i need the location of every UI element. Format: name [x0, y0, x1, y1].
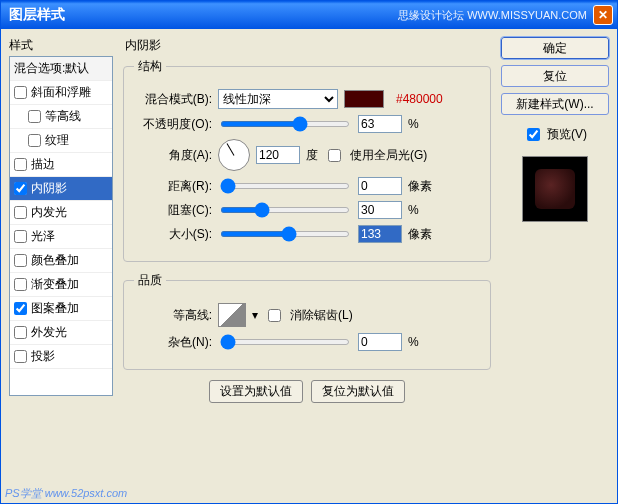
style-item[interactable]: 光泽 — [10, 225, 112, 249]
style-item[interactable]: 投影 — [10, 345, 112, 369]
opacity-label: 不透明度(O): — [134, 116, 212, 133]
reset-default-button[interactable]: 复位为默认值 — [311, 380, 405, 403]
distance-slider[interactable] — [220, 183, 350, 189]
chevron-down-icon[interactable]: ▾ — [252, 308, 258, 322]
size-unit: 像素 — [408, 226, 432, 243]
style-checkbox[interactable] — [14, 350, 27, 363]
style-item[interactable]: 内发光 — [10, 201, 112, 225]
noise-input[interactable] — [358, 333, 402, 351]
styles-label: 样式 — [9, 37, 113, 54]
structure-group: 结构 混合模式(B): 线性加深 #480000 不透明度(O): % — [123, 58, 491, 262]
opacity-slider[interactable] — [220, 121, 350, 127]
style-checkbox[interactable] — [14, 302, 27, 315]
style-item-label: 投影 — [31, 348, 55, 365]
structure-legend: 结构 — [134, 58, 166, 75]
blend-options-label: 混合选项:默认 — [14, 60, 89, 77]
style-item-label: 描边 — [31, 156, 55, 173]
style-checkbox[interactable] — [14, 254, 27, 267]
style-checkbox[interactable] — [14, 158, 27, 171]
style-item[interactable]: 颜色叠加 — [10, 249, 112, 273]
blend-mode-select[interactable]: 线性加深 — [218, 89, 338, 109]
styles-list: 混合选项:默认 斜面和浮雕等高线纹理描边内阴影内发光光泽颜色叠加渐变叠加图案叠加… — [9, 56, 113, 396]
contour-label: 等高线: — [134, 307, 212, 324]
style-checkbox[interactable] — [14, 230, 27, 243]
choke-label: 阻塞(C): — [134, 202, 212, 219]
style-item-label: 颜色叠加 — [31, 252, 79, 269]
choke-slider[interactable] — [220, 207, 350, 213]
new-style-button[interactable]: 新建样式(W)... — [501, 93, 609, 115]
quality-group: 品质 等高线: ▾ 消除锯齿(L) 杂色(N): % — [123, 272, 491, 370]
style-checkbox[interactable] — [14, 278, 27, 291]
noise-unit: % — [408, 335, 419, 349]
style-item-label: 渐变叠加 — [31, 276, 79, 293]
color-swatch[interactable] — [344, 90, 384, 108]
distance-input[interactable] — [358, 177, 402, 195]
contour-picker[interactable] — [218, 303, 246, 327]
cancel-button[interactable]: 复位 — [501, 65, 609, 87]
effect-panel: 内阴影 结构 混合模式(B): 线性加深 #480000 不透明度(O): % — [119, 37, 495, 475]
style-item[interactable]: 外发光 — [10, 321, 112, 345]
style-checkbox[interactable] — [28, 134, 41, 147]
style-item[interactable]: 图案叠加 — [10, 297, 112, 321]
global-light-label: 使用全局光(G) — [350, 147, 427, 164]
style-checkbox[interactable] — [14, 86, 27, 99]
style-checkbox[interactable] — [14, 182, 27, 195]
style-item[interactable]: 纹理 — [10, 129, 112, 153]
global-light-checkbox[interactable] — [328, 149, 341, 162]
noise-label: 杂色(N): — [134, 334, 212, 351]
style-checkbox[interactable] — [28, 110, 41, 123]
style-item[interactable]: 描边 — [10, 153, 112, 177]
size-slider[interactable] — [220, 231, 350, 237]
style-item-label: 内阴影 — [31, 180, 67, 197]
angle-label: 角度(A): — [134, 147, 212, 164]
window-title: 图层样式 — [9, 6, 398, 24]
noise-slider[interactable] — [220, 339, 350, 345]
style-item[interactable]: 等高线 — [10, 105, 112, 129]
blend-mode-label: 混合模式(B): — [134, 91, 212, 108]
close-button[interactable]: ✕ — [593, 5, 613, 25]
angle-dial[interactable] — [218, 139, 250, 171]
color-hex: #480000 — [396, 92, 443, 106]
style-item-label: 外发光 — [31, 324, 67, 341]
style-item-label: 等高线 — [45, 108, 81, 125]
blend-options-item[interactable]: 混合选项:默认 — [10, 57, 112, 81]
style-item-label: 斜面和浮雕 — [31, 84, 91, 101]
styles-panel: 样式 混合选项:默认 斜面和浮雕等高线纹理描边内阴影内发光光泽颜色叠加渐变叠加图… — [9, 37, 113, 475]
size-label: 大小(S): — [134, 226, 212, 243]
dialog-content: 样式 混合选项:默认 斜面和浮雕等高线纹理描边内阴影内发光光泽颜色叠加渐变叠加图… — [1, 29, 617, 483]
titlebar: 图层样式 思缘设计论坛 WWW.MISSYUAN.COM ✕ — [1, 1, 617, 29]
action-panel: 确定 复位 新建样式(W)... 预览(V) — [501, 37, 609, 475]
style-item-label: 光泽 — [31, 228, 55, 245]
style-checkbox[interactable] — [14, 206, 27, 219]
antialias-checkbox[interactable] — [268, 309, 281, 322]
style-item[interactable]: 斜面和浮雕 — [10, 81, 112, 105]
angle-input[interactable] — [256, 146, 300, 164]
distance-unit: 像素 — [408, 178, 432, 195]
opacity-input[interactable] — [358, 115, 402, 133]
effect-title: 内阴影 — [123, 37, 491, 54]
brand-text: 思缘设计论坛 WWW.MISSYUAN.COM — [398, 8, 587, 23]
size-input[interactable] — [358, 225, 402, 243]
watermark: PS学堂 www.52psxt.com — [5, 486, 127, 501]
angle-unit: 度 — [306, 147, 318, 164]
style-item[interactable]: 内阴影 — [10, 177, 112, 201]
style-item-label: 内发光 — [31, 204, 67, 221]
preview-thumbnail — [522, 156, 588, 222]
style-item-label: 纹理 — [45, 132, 69, 149]
choke-input[interactable] — [358, 201, 402, 219]
layer-style-dialog: 图层样式 思缘设计论坛 WWW.MISSYUAN.COM ✕ 样式 混合选项:默… — [0, 0, 618, 504]
choke-unit: % — [408, 203, 419, 217]
opacity-unit: % — [408, 117, 419, 131]
antialias-label: 消除锯齿(L) — [290, 307, 353, 324]
distance-label: 距离(R): — [134, 178, 212, 195]
style-item[interactable]: 渐变叠加 — [10, 273, 112, 297]
style-item-label: 图案叠加 — [31, 300, 79, 317]
style-checkbox[interactable] — [14, 326, 27, 339]
preview-label: 预览(V) — [547, 126, 587, 143]
make-default-button[interactable]: 设置为默认值 — [209, 380, 303, 403]
ok-button[interactable]: 确定 — [501, 37, 609, 59]
preview-checkbox[interactable] — [527, 128, 540, 141]
quality-legend: 品质 — [134, 272, 166, 289]
